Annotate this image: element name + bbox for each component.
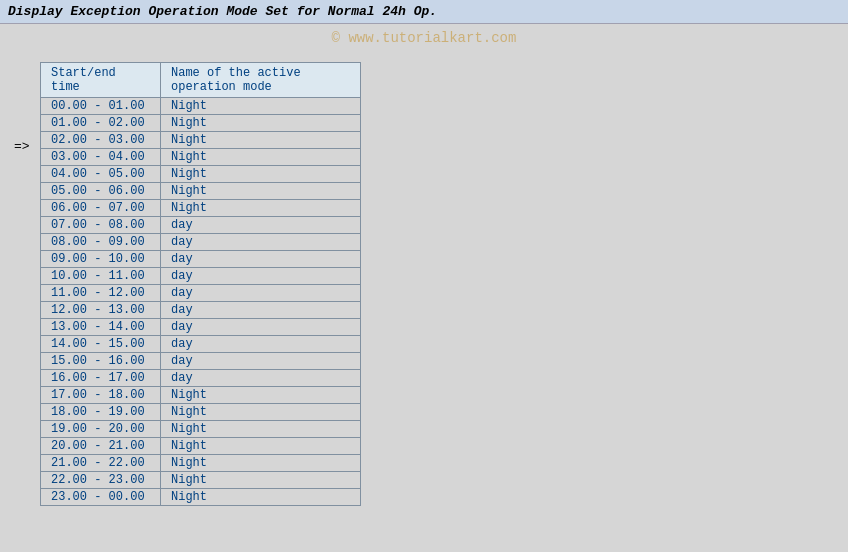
mode-cell: Night bbox=[161, 489, 361, 506]
table-row: 15.00 - 16.00day bbox=[41, 353, 361, 370]
table-row: 01.00 - 02.00Night bbox=[41, 115, 361, 132]
table-row: 19.00 - 20.00Night bbox=[41, 421, 361, 438]
watermark: © www.tutorialkart.com bbox=[0, 24, 848, 52]
time-cell: 09.00 - 10.00 bbox=[41, 251, 161, 268]
table-row: 11.00 - 12.00day bbox=[41, 285, 361, 302]
mode-cell: day bbox=[161, 336, 361, 353]
mode-cell: day bbox=[161, 302, 361, 319]
time-cell: 20.00 - 21.00 bbox=[41, 438, 161, 455]
mode-cell: day bbox=[161, 319, 361, 336]
time-cell: 23.00 - 00.00 bbox=[41, 489, 161, 506]
mode-cell: day bbox=[161, 353, 361, 370]
mode-cell: day bbox=[161, 268, 361, 285]
mode-cell: Night bbox=[161, 472, 361, 489]
table-row: 16.00 - 17.00day bbox=[41, 370, 361, 387]
table-row: 04.00 - 05.00Night bbox=[41, 166, 361, 183]
table-row: 05.00 - 06.00Night bbox=[41, 183, 361, 200]
time-cell: 15.00 - 16.00 bbox=[41, 353, 161, 370]
mode-cell: Night bbox=[161, 98, 361, 115]
time-cell: 00.00 - 01.00 bbox=[41, 98, 161, 115]
time-cell: 22.00 - 23.00 bbox=[41, 472, 161, 489]
table-row: 14.00 - 15.00day bbox=[41, 336, 361, 353]
mode-cell: day bbox=[161, 251, 361, 268]
time-cell: 21.00 - 22.00 bbox=[41, 455, 161, 472]
table-row: 02.00 - 03.00Night bbox=[41, 132, 361, 149]
operation-mode-table: Start/end time Name of the active operat… bbox=[40, 62, 361, 506]
mode-cell: Night bbox=[161, 115, 361, 132]
mode-cell: Night bbox=[161, 132, 361, 149]
title-bar: Display Exception Operation Mode Set for… bbox=[0, 0, 848, 24]
table-row: 18.00 - 19.00Night bbox=[41, 404, 361, 421]
mode-cell: day bbox=[161, 234, 361, 251]
time-cell: 17.00 - 18.00 bbox=[41, 387, 161, 404]
watermark-text: © www.tutorialkart.com bbox=[332, 30, 517, 46]
time-cell: 12.00 - 13.00 bbox=[41, 302, 161, 319]
table-row: 07.00 - 08.00day bbox=[41, 217, 361, 234]
table-row: 00.00 - 01.00Night bbox=[41, 98, 361, 115]
time-cell: 01.00 - 02.00 bbox=[41, 115, 161, 132]
table-row: 21.00 - 22.00Night bbox=[41, 455, 361, 472]
table-row: 10.00 - 11.00day bbox=[41, 268, 361, 285]
time-cell: 07.00 - 08.00 bbox=[41, 217, 161, 234]
time-cell: 06.00 - 07.00 bbox=[41, 200, 161, 217]
mode-cell: Night bbox=[161, 183, 361, 200]
table-row: 06.00 - 07.00Night bbox=[41, 200, 361, 217]
mode-cell: Night bbox=[161, 200, 361, 217]
mode-cell: day bbox=[161, 370, 361, 387]
title-text: Display Exception Operation Mode Set for… bbox=[8, 4, 437, 19]
table-row: 17.00 - 18.00Night bbox=[41, 387, 361, 404]
time-cell: 05.00 - 06.00 bbox=[41, 183, 161, 200]
table-row: 20.00 - 21.00Night bbox=[41, 438, 361, 455]
mode-cell: Night bbox=[161, 438, 361, 455]
time-cell: 11.00 - 12.00 bbox=[41, 285, 161, 302]
table-row: 08.00 - 09.00day bbox=[41, 234, 361, 251]
col-header-time: Start/end time bbox=[41, 63, 161, 98]
mode-cell: Night bbox=[161, 149, 361, 166]
time-cell: 13.00 - 14.00 bbox=[41, 319, 161, 336]
time-cell: 08.00 - 09.00 bbox=[41, 234, 161, 251]
time-cell: 02.00 - 03.00 bbox=[41, 132, 161, 149]
mode-cell: Night bbox=[161, 455, 361, 472]
mode-cell: Night bbox=[161, 404, 361, 421]
arrow-indicator: => bbox=[14, 139, 30, 154]
time-cell: 16.00 - 17.00 bbox=[41, 370, 161, 387]
time-cell: 04.00 - 05.00 bbox=[41, 166, 161, 183]
mode-cell: Night bbox=[161, 166, 361, 183]
time-cell: 10.00 - 11.00 bbox=[41, 268, 161, 285]
mode-cell: Night bbox=[161, 421, 361, 438]
mode-cell: Night bbox=[161, 387, 361, 404]
mode-cell: day bbox=[161, 217, 361, 234]
table-row: 09.00 - 10.00day bbox=[41, 251, 361, 268]
table-row: 23.00 - 00.00Night bbox=[41, 489, 361, 506]
table-row: 03.00 - 04.00Night bbox=[41, 149, 361, 166]
time-cell: 19.00 - 20.00 bbox=[41, 421, 161, 438]
table-row: 12.00 - 13.00day bbox=[41, 302, 361, 319]
time-cell: 03.00 - 04.00 bbox=[41, 149, 161, 166]
time-cell: 14.00 - 15.00 bbox=[41, 336, 161, 353]
table-row: 13.00 - 14.00day bbox=[41, 319, 361, 336]
mode-cell: day bbox=[161, 285, 361, 302]
time-cell: 18.00 - 19.00 bbox=[41, 404, 161, 421]
table-row: 22.00 - 23.00Night bbox=[41, 472, 361, 489]
col-header-mode: Name of the active operation mode bbox=[161, 63, 361, 98]
